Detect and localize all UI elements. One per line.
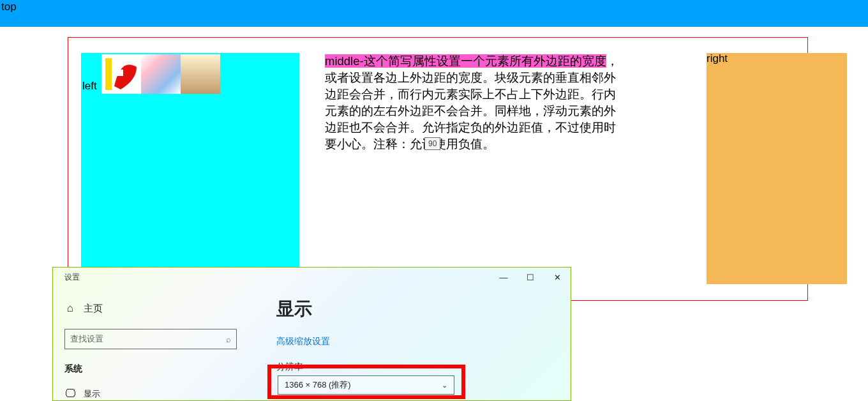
- sidebar-item-display[interactable]: 🖵 显示: [64, 388, 253, 400]
- right-column-label: right: [707, 52, 728, 65]
- settings-search-placeholder: 查找设置: [70, 333, 103, 345]
- settings-window-title: 设置: [64, 272, 80, 283]
- decorative-image-1: [101, 54, 141, 94]
- home-icon: ⌂: [64, 302, 76, 315]
- left-column-label: left: [82, 80, 97, 93]
- left-column: left: [81, 53, 299, 284]
- decorative-image-2: [141, 54, 181, 94]
- svg-rect-1: [105, 58, 112, 90]
- resolution-dropdown[interactable]: 1366 × 768 (推荐) ⌄: [278, 375, 454, 395]
- display-icon: 🖵: [64, 388, 76, 400]
- middle-column-text: middle-这个简写属性设置一个元素所有外边距的宽度，或者设置各边上外边距的宽…: [325, 53, 624, 153]
- tooltip-value: 90: [424, 137, 440, 150]
- left-column-images: [101, 54, 220, 94]
- search-icon: ⌕: [226, 335, 231, 344]
- window-maximize-button[interactable]: ☐: [517, 268, 544, 286]
- settings-search-input[interactable]: 查找设置 ⌕: [64, 329, 237, 349]
- top-bar: top: [0, 0, 868, 27]
- settings-page-heading: 显示: [276, 297, 571, 321]
- settings-titlebar[interactable]: 设置 — ☐ ✕: [53, 268, 571, 287]
- layout-demo: left middle-这个简写属性设置一个元素所有外边距的宽度，或者设置各边上…: [68, 37, 808, 301]
- sidebar-item-display-label: 显示: [84, 388, 100, 400]
- resolution-dropdown-value: 1366 × 768 (推荐): [285, 379, 351, 391]
- decorative-image-3: [181, 54, 220, 94]
- settings-sidebar: ⌂ 主页 查找设置 ⌕ 系统 🖵 显示: [53, 297, 253, 400]
- middle-body: ，或者设置各边上外边距的宽度。块级元素的垂直相邻外边距会合并，而行内元素实际上不…: [325, 54, 618, 151]
- right-column: right: [707, 53, 847, 284]
- settings-category-system[interactable]: 系统: [64, 363, 253, 375]
- home-label: 主页: [84, 303, 103, 315]
- chevron-down-icon: ⌄: [442, 381, 447, 390]
- svg-rect-2: [117, 70, 123, 76]
- window-minimize-button[interactable]: —: [490, 268, 517, 286]
- settings-nav-home[interactable]: ⌂ 主页: [64, 302, 253, 315]
- middle-column: middle-这个简写属性设置一个元素所有外边距的宽度，或者设置各边上外边距的宽…: [299, 53, 624, 284]
- advanced-scaling-link[interactable]: 高级缩放设置: [276, 336, 330, 347]
- top-bar-label: top: [1, 1, 17, 13]
- window-close-button[interactable]: ✕: [544, 268, 571, 286]
- middle-highlight: middle-这个简写属性设置一个元素所有外边距的宽度: [325, 54, 606, 68]
